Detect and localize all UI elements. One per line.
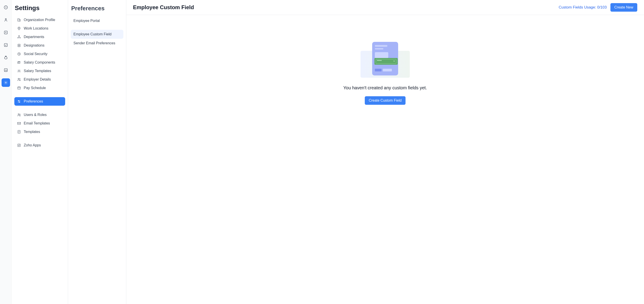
svg-point-23 [19,102,20,102]
settings-item-salary-components[interactable]: Salary Components [14,58,65,67]
main-header: Employee Custom Field Custom Fields Usag… [126,0,644,15]
badge-icon [17,44,21,48]
settings-item-organization-profile[interactable]: Organization Profile [14,16,65,24]
settings-item-work-locations[interactable]: Work Locations [14,24,65,33]
settings-item-departments[interactable]: Departments [14,33,65,41]
svg-rect-21 [18,87,20,89]
settings-item-preferences[interactable]: Preferences [14,97,65,106]
settings-item-label: Organization Profile [24,18,55,22]
money-bag-icon [4,55,8,60]
main-content: Employee Custom Field Custom Fields Usag… [126,0,644,304]
people-icon [17,113,21,117]
create-new-button[interactable]: Create New [610,3,637,12]
settings-item-label: Users & Roles [24,113,46,117]
prefs-item-employee-portal[interactable]: Employee Portal [71,16,124,25]
settings-item-label: Zoho Apps [24,143,41,147]
check-square-icon [4,43,8,47]
settings-item-zoho-apps[interactable]: Zoho Apps [14,141,65,150]
settings-item-label: Work Locations [24,26,48,30]
svg-point-24 [18,114,19,115]
svg-point-19 [18,78,19,80]
shield-icon [17,52,21,56]
rail-payroll[interactable] [2,53,10,62]
clock-icon [4,5,8,10]
svg-rect-3 [4,44,7,46]
prefs-item-label: Employee Portal [74,19,100,22]
svg-point-1 [5,18,6,20]
bar-chart-icon [4,68,8,72]
import-icon [4,30,8,35]
svg-point-5 [5,82,6,83]
settings-item-label: Salary Templates [24,69,51,73]
settings-item-label: Salary Components [24,60,55,64]
calendar-icon [17,86,21,90]
settings-item-social-security[interactable]: Social Security [14,50,65,58]
settings-item-templates[interactable]: Templates [14,128,65,136]
people-icon [17,78,21,82]
settings-item-pay-schedule[interactable]: Pay Schedule [14,84,65,92]
settings-item-designations[interactable]: Designations [14,41,65,50]
settings-item-label: Email Templates [24,121,50,125]
prefs-item-label: Sender Email Preferences [74,41,115,45]
page-title: Employee Custom Field [133,4,194,10]
svg-rect-7 [20,20,20,21]
svg-point-8 [18,28,20,29]
svg-rect-15 [18,62,20,64]
rail-settings[interactable] [2,78,10,87]
svg-point-18 [20,70,20,71]
person-icon [4,18,8,22]
preferences-title: Preferences [71,4,124,16]
svg-point-9 [18,35,19,36]
settings-item-employer-details[interactable]: Employer Details [14,75,65,84]
rail-dashboard[interactable] [2,3,10,12]
settings-title: Settings [14,4,65,16]
svg-point-11 [20,38,20,38]
custom-fields-usage-link[interactable]: Custom Fields Usage: 0/103 [559,5,607,10]
create-custom-field-button[interactable]: Create Custom Field [365,96,406,105]
gear-icon [4,80,8,85]
sliders-icon [17,100,21,104]
empty-state-illustration [360,42,410,78]
file-icon [17,130,21,134]
main-body: You haven't created any custom fields ye… [126,15,644,304]
cash-star-icon [17,69,21,73]
svg-point-10 [18,38,18,38]
z-icon [17,143,21,147]
settings-item-email-templates[interactable]: Email Templates [14,119,65,128]
settings-sidebar: Settings Organization Profile Work Locat… [12,0,68,304]
svg-point-13 [18,45,19,46]
settings-item-label: Templates [24,130,40,134]
prefs-item-label: Employee Custom Field [74,32,112,36]
prefs-item-sender-email-preferences[interactable]: Sender Email Preferences [71,39,124,48]
rail-people[interactable] [2,16,10,24]
icon-rail [0,0,12,304]
svg-point-20 [20,78,20,79]
svg-rect-6 [18,18,20,21]
settings-item-label: Departments [24,35,44,39]
building-icon [17,18,21,22]
svg-point-25 [20,114,20,114]
mail-icon [17,121,21,125]
rail-import[interactable] [2,28,10,37]
svg-point-22 [18,100,19,101]
settings-item-salary-templates[interactable]: Salary Templates [14,67,65,75]
svg-point-16 [18,62,19,63]
rail-reports[interactable] [2,66,10,74]
empty-state-text: You haven't created any custom fields ye… [343,85,427,90]
settings-item-label: Pay Schedule [24,86,46,90]
settings-item-label: Designations [24,44,44,48]
settings-item-label: Preferences [24,100,43,104]
location-icon [17,26,21,30]
cash-icon [17,60,21,64]
svg-rect-26 [18,122,20,125]
prefs-item-employee-custom-field[interactable]: Employee Custom Field [71,30,124,39]
rail-approvals[interactable] [2,41,10,49]
svg-point-17 [18,70,19,71]
preferences-sidebar: Preferences Employee Portal Employee Cus… [68,0,126,304]
tree-icon [17,35,21,39]
settings-item-users-roles[interactable]: Users & Roles [14,110,65,119]
settings-item-label: Employer Details [24,78,51,82]
settings-item-label: Social Security [24,52,48,56]
